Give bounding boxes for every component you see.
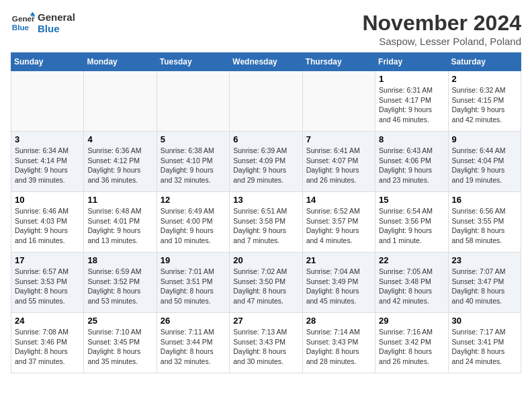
day-number: 24 xyxy=(15,316,80,326)
day-number: 5 xyxy=(161,134,226,144)
day-info: Sunrise: 6:32 AM Sunset: 4:15 PM Dayligh… xyxy=(452,85,517,125)
day-info: Sunrise: 7:08 AM Sunset: 3:46 PM Dayligh… xyxy=(15,327,80,367)
day-info: Sunrise: 6:44 AM Sunset: 4:04 PM Dayligh… xyxy=(452,146,517,185)
calendar-cell xyxy=(230,71,302,132)
calendar-cell: 25Sunrise: 7:10 AM Sunset: 3:45 PM Dayli… xyxy=(84,313,157,373)
calendar-cell: 29Sunrise: 7:16 AM Sunset: 3:42 PM Dayli… xyxy=(375,313,448,373)
day-number: 8 xyxy=(379,134,444,144)
logo-icon: General Blue xyxy=(11,11,35,35)
day-info: Sunrise: 6:49 AM Sunset: 4:00 PM Dayligh… xyxy=(161,206,226,246)
calendar-cell: 22Sunrise: 7:05 AM Sunset: 3:48 PM Dayli… xyxy=(375,253,448,313)
day-number: 17 xyxy=(15,255,80,265)
day-info: Sunrise: 6:54 AM Sunset: 3:56 PM Dayligh… xyxy=(379,206,444,246)
day-number: 23 xyxy=(452,255,517,265)
day-number: 3 xyxy=(15,134,80,144)
day-number: 19 xyxy=(161,255,226,265)
day-number: 12 xyxy=(161,195,226,205)
calendar-cell: 24Sunrise: 7:08 AM Sunset: 3:46 PM Dayli… xyxy=(11,313,84,373)
calendar-cell: 9Sunrise: 6:44 AM Sunset: 4:04 PM Daylig… xyxy=(448,132,521,192)
week-row-5: 24Sunrise: 7:08 AM Sunset: 3:46 PM Dayli… xyxy=(11,313,521,373)
calendar-cell: 20Sunrise: 7:02 AM Sunset: 3:50 PM Dayli… xyxy=(230,253,302,313)
day-info: Sunrise: 6:36 AM Sunset: 4:12 PM Dayligh… xyxy=(87,146,152,185)
day-number: 18 xyxy=(87,255,152,265)
calendar-cell: 27Sunrise: 7:13 AM Sunset: 3:43 PM Dayli… xyxy=(230,313,302,373)
day-info: Sunrise: 6:52 AM Sunset: 3:57 PM Dayligh… xyxy=(306,206,371,246)
day-info: Sunrise: 6:38 AM Sunset: 4:10 PM Dayligh… xyxy=(161,146,226,185)
logo-general: General xyxy=(38,11,75,23)
calendar-cell: 26Sunrise: 7:11 AM Sunset: 3:44 PM Dayli… xyxy=(157,313,229,373)
calendar-header-row: SundayMondayTuesdayWednesdayThursdayFrid… xyxy=(11,53,521,71)
calendar-cell: 28Sunrise: 7:14 AM Sunset: 3:43 PM Dayli… xyxy=(302,313,375,373)
day-info: Sunrise: 6:51 AM Sunset: 3:58 PM Dayligh… xyxy=(233,206,298,246)
day-info: Sunrise: 6:48 AM Sunset: 4:01 PM Dayligh… xyxy=(87,206,152,246)
calendar-cell: 13Sunrise: 6:51 AM Sunset: 3:58 PM Dayli… xyxy=(230,192,302,253)
calendar-cell xyxy=(302,71,375,132)
calendar-cell: 7Sunrise: 6:41 AM Sunset: 4:07 PM Daylig… xyxy=(302,132,375,192)
calendar-cell: 23Sunrise: 7:07 AM Sunset: 3:47 PM Dayli… xyxy=(448,253,521,313)
calendar-cell: 2Sunrise: 6:32 AM Sunset: 4:15 PM Daylig… xyxy=(448,71,521,132)
calendar-cell: 3Sunrise: 6:34 AM Sunset: 4:14 PM Daylig… xyxy=(11,132,84,192)
calendar-cell: 12Sunrise: 6:49 AM Sunset: 4:00 PM Dayli… xyxy=(157,192,229,253)
calendar-cell: 21Sunrise: 7:04 AM Sunset: 3:49 PM Dayli… xyxy=(302,253,375,313)
calendar-cell: 19Sunrise: 7:01 AM Sunset: 3:51 PM Dayli… xyxy=(157,253,229,313)
svg-text:Blue: Blue xyxy=(12,23,30,32)
calendar-table: SundayMondayTuesdayWednesdayThursdayFrid… xyxy=(11,52,521,373)
day-number: 9 xyxy=(452,134,517,144)
day-number: 28 xyxy=(306,316,371,326)
day-number: 22 xyxy=(379,255,444,265)
day-number: 2 xyxy=(452,74,517,84)
day-info: Sunrise: 7:14 AM Sunset: 3:43 PM Dayligh… xyxy=(306,327,371,367)
day-number: 27 xyxy=(233,316,298,326)
day-info: Sunrise: 7:04 AM Sunset: 3:49 PM Dayligh… xyxy=(306,267,371,306)
weekday-header-wednesday: Wednesday xyxy=(230,53,302,71)
title-area: November 2024 Saspow, Lesser Poland, Pol… xyxy=(362,11,521,47)
day-info: Sunrise: 6:31 AM Sunset: 4:17 PM Dayligh… xyxy=(379,85,444,125)
day-info: Sunrise: 6:43 AM Sunset: 4:06 PM Dayligh… xyxy=(379,146,444,185)
day-info: Sunrise: 7:13 AM Sunset: 3:43 PM Dayligh… xyxy=(233,327,298,367)
day-number: 25 xyxy=(87,316,152,326)
day-number: 11 xyxy=(87,195,152,205)
day-number: 1 xyxy=(379,74,444,84)
weekday-header-thursday: Thursday xyxy=(302,53,375,71)
day-number: 14 xyxy=(306,195,371,205)
day-number: 16 xyxy=(452,195,517,205)
calendar-cell: 17Sunrise: 6:57 AM Sunset: 3:53 PM Dayli… xyxy=(11,253,84,313)
day-info: Sunrise: 6:59 AM Sunset: 3:52 PM Dayligh… xyxy=(87,267,152,306)
weekday-header-sunday: Sunday xyxy=(11,53,84,71)
day-info: Sunrise: 7:01 AM Sunset: 3:51 PM Dayligh… xyxy=(161,267,226,306)
logo: General Blue General Blue xyxy=(11,11,75,35)
day-info: Sunrise: 7:05 AM Sunset: 3:48 PM Dayligh… xyxy=(379,267,444,306)
logo-blue: Blue xyxy=(38,23,75,34)
calendar-cell xyxy=(84,71,157,132)
day-number: 21 xyxy=(306,255,371,265)
day-number: 6 xyxy=(233,134,298,144)
day-info: Sunrise: 7:11 AM Sunset: 3:44 PM Dayligh… xyxy=(161,327,226,367)
page-header: General Blue General Blue November 2024 … xyxy=(11,11,521,47)
calendar-cell: 14Sunrise: 6:52 AM Sunset: 3:57 PM Dayli… xyxy=(302,192,375,253)
calendar-cell: 10Sunrise: 6:46 AM Sunset: 4:03 PM Dayli… xyxy=(11,192,84,253)
day-number: 29 xyxy=(379,316,444,326)
calendar-cell: 4Sunrise: 6:36 AM Sunset: 4:12 PM Daylig… xyxy=(84,132,157,192)
day-info: Sunrise: 6:41 AM Sunset: 4:07 PM Dayligh… xyxy=(306,146,371,185)
day-info: Sunrise: 7:02 AM Sunset: 3:50 PM Dayligh… xyxy=(233,267,298,306)
calendar-cell: 5Sunrise: 6:38 AM Sunset: 4:10 PM Daylig… xyxy=(157,132,229,192)
day-number: 7 xyxy=(306,134,371,144)
day-info: Sunrise: 7:07 AM Sunset: 3:47 PM Dayligh… xyxy=(452,267,517,306)
weekday-header-saturday: Saturday xyxy=(448,53,521,71)
day-info: Sunrise: 6:39 AM Sunset: 4:09 PM Dayligh… xyxy=(233,146,298,185)
day-number: 15 xyxy=(379,195,444,205)
weekday-header-tuesday: Tuesday xyxy=(157,53,229,71)
calendar-cell: 18Sunrise: 6:59 AM Sunset: 3:52 PM Dayli… xyxy=(84,253,157,313)
calendar-cell: 30Sunrise: 7:17 AM Sunset: 3:41 PM Dayli… xyxy=(448,313,521,373)
calendar-cell xyxy=(157,71,229,132)
day-info: Sunrise: 7:17 AM Sunset: 3:41 PM Dayligh… xyxy=(452,327,517,367)
weekday-header-friday: Friday xyxy=(375,53,448,71)
day-number: 4 xyxy=(87,134,152,144)
calendar-cell: 16Sunrise: 6:56 AM Sunset: 3:55 PM Dayli… xyxy=(448,192,521,253)
day-number: 13 xyxy=(233,195,298,205)
day-info: Sunrise: 7:16 AM Sunset: 3:42 PM Dayligh… xyxy=(379,327,444,367)
calendar-cell: 11Sunrise: 6:48 AM Sunset: 4:01 PM Dayli… xyxy=(84,192,157,253)
day-info: Sunrise: 6:34 AM Sunset: 4:14 PM Dayligh… xyxy=(15,146,80,185)
day-number: 20 xyxy=(233,255,298,265)
week-row-3: 10Sunrise: 6:46 AM Sunset: 4:03 PM Dayli… xyxy=(11,192,521,253)
